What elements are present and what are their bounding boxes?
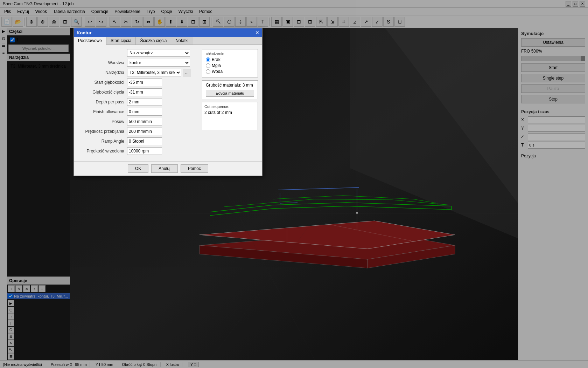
cancel-button[interactable]: Anuluj: [151, 164, 177, 173]
sidebar-icon-1[interactable]: ▶: [0, 28, 7, 35]
help-button[interactable]: Pomoc: [181, 164, 208, 173]
cooling-brak-radio[interactable]: [206, 57, 210, 62]
maximize-button[interactable]: □: [573, 1, 578, 7]
tab-podstawowe[interactable]: Podstawowe: [74, 37, 106, 45]
stop-button[interactable]: Stop: [521, 95, 585, 103]
tool-btn-c[interactable]: ⊹: [235, 17, 246, 27]
tool-btn-b[interactable]: ⬡: [224, 17, 234, 27]
toolbar-btn-1[interactable]: ⊕: [26, 17, 37, 27]
op-icon-7[interactable]: ✎: [8, 340, 14, 346]
align-button[interactable]: ⊡: [188, 17, 198, 27]
move-button[interactable]: ✂: [121, 17, 131, 27]
tool-btn-a[interactable]: ⛏: [213, 17, 223, 27]
narzedzia-select[interactable]: T3: Mill/router, 3 mm średnica: [127, 69, 181, 76]
menu-tabela[interactable]: Tabela narzędzia: [50, 8, 88, 15]
pan-button[interactable]: ✋: [154, 17, 165, 27]
warstwa-select[interactable]: kontur: [127, 59, 190, 67]
op-down-button[interactable]: ↓: [38, 285, 46, 292]
y-lustro-btn[interactable]: Y □: [188, 362, 199, 367]
view-btn-3[interactable]: ⊞: [305, 17, 315, 27]
import-button[interactable]: ⬆: [166, 17, 176, 27]
settings-button[interactable]: Ustawienia: [521, 38, 585, 47]
menu-tryb[interactable]: Tryb: [144, 8, 158, 15]
z-input[interactable]: [528, 133, 585, 140]
op-icon-2[interactable]: ⬡: [8, 307, 14, 313]
select-button[interactable]: ↖: [110, 17, 120, 27]
close-button[interactable]: ✕: [580, 1, 585, 7]
view-btn-4[interactable]: ⇱: [316, 17, 327, 27]
finish-allowance-input[interactable]: [127, 108, 162, 116]
toolbar-btn-2[interactable]: ⊗: [37, 17, 48, 27]
ramp-angle-input[interactable]: [127, 137, 162, 145]
export-button[interactable]: ⬇: [177, 17, 187, 27]
rotate-button[interactable]: ↻: [132, 17, 142, 27]
direction-select[interactable]: Na zewnątrz: [127, 49, 190, 57]
menu-opcje[interactable]: Opcje: [158, 8, 175, 15]
layer-btn[interactable]: ▦: [271, 17, 282, 27]
special-btn-1[interactable]: S: [383, 17, 394, 27]
predkosc-przebijania-input[interactable]: [127, 128, 162, 135]
op-add-button[interactable]: +: [8, 285, 15, 292]
y-input[interactable]: [528, 125, 585, 132]
view-btn-7[interactable]: ⊿: [350, 17, 360, 27]
glebokosci-ciecia-input[interactable]: [127, 88, 162, 96]
op-icon-1[interactable]: ▶: [8, 300, 14, 306]
single-step-button[interactable]: Single step: [521, 74, 585, 82]
menu-plik[interactable]: Plik: [1, 8, 14, 15]
open-file-button[interactable]: 📂: [13, 17, 23, 27]
view-btn-9[interactable]: ↙: [372, 17, 383, 27]
op-up-button[interactable]: ↑: [31, 285, 38, 292]
op-icon-9[interactable]: ☰: [8, 353, 14, 360]
minimize-button[interactable]: _: [566, 1, 571, 7]
depth-per-pass-input[interactable]: [127, 98, 162, 106]
menu-operacje[interactable]: Operacje: [89, 8, 111, 15]
op-edit-button[interactable]: ✎: [15, 285, 22, 292]
sidebar-icon-3[interactable]: ☰: [0, 42, 7, 49]
fro-scrollbar[interactable]: [521, 56, 585, 61]
material-edit-button[interactable]: Edycja materiału: [206, 90, 254, 97]
menu-edytuj[interactable]: Edytuj: [14, 8, 31, 15]
undo-button[interactable]: ↩: [85, 17, 95, 27]
cooling-mgla-radio[interactable]: [206, 63, 210, 68]
view-btn-2[interactable]: ⊟: [294, 17, 304, 27]
modal-close-button[interactable]: ✕: [255, 30, 259, 35]
view-btn-1[interactable]: ▣: [282, 17, 293, 27]
tool-btn-e[interactable]: T: [258, 17, 268, 27]
grid-button[interactable]: ⊞: [199, 17, 210, 27]
toolbar-btn-4[interactable]: ⊞: [60, 17, 70, 27]
mirror-button[interactable]: ⇔: [143, 17, 154, 27]
view-btn-5[interactable]: ⇲: [327, 17, 338, 27]
view-btn-6[interactable]: ⌗: [338, 17, 349, 27]
x-input[interactable]: [528, 116, 585, 123]
sidebar-icon-4[interactable]: ≡: [0, 49, 7, 56]
op-item-1[interactable]: Na zewnątrz; kontur, T3: Mill/r...: [7, 293, 70, 299]
sidebar-icon-2[interactable]: G: [0, 35, 7, 42]
menu-powiekszenie[interactable]: Powiekszenie: [112, 8, 143, 15]
op-icon-5[interactable]: G: [8, 327, 14, 333]
op-delete-button[interactable]: ✕: [23, 285, 30, 292]
op-checkbox-1[interactable]: [8, 294, 13, 298]
ok-button[interactable]: OK: [128, 164, 148, 173]
new-file-button[interactable]: 📄: [1, 17, 12, 27]
tool-btn-d[interactable]: ∻: [246, 17, 257, 27]
menu-wtyczki[interactable]: Wtyczki: [176, 8, 196, 15]
posuw-input[interactable]: [127, 118, 162, 125]
toolbar-btn-5[interactable]: 🔍: [71, 17, 82, 27]
op-icon-4[interactable]: |: [8, 320, 14, 326]
cooling-woda-radio[interactable]: [206, 69, 210, 74]
start-button[interactable]: Start: [521, 63, 585, 72]
view-btn-8[interactable]: ↗: [361, 17, 371, 27]
redo-button[interactable]: ↪: [96, 17, 106, 27]
menu-widok[interactable]: Widok: [33, 8, 50, 15]
tab-sciezka-ciecia[interactable]: Ścieżka cięcia: [136, 37, 171, 45]
toolbar-btn-3[interactable]: ◎: [49, 17, 59, 27]
start-glebokosci-input[interactable]: [127, 79, 162, 86]
op-icon-6[interactable]: ⊠: [8, 333, 14, 340]
pause-button[interactable]: Pauza: [521, 84, 585, 93]
menu-pomoc[interactable]: Pomoc: [196, 8, 215, 15]
op-icon-8[interactable]: ⛏: [8, 347, 14, 353]
t-input[interactable]: [528, 142, 585, 149]
op-icon-3[interactable]: →: [8, 313, 14, 320]
tab-notatki[interactable]: Notatki: [171, 37, 193, 45]
predkosc-wrzeciona-input[interactable]: [127, 147, 162, 155]
